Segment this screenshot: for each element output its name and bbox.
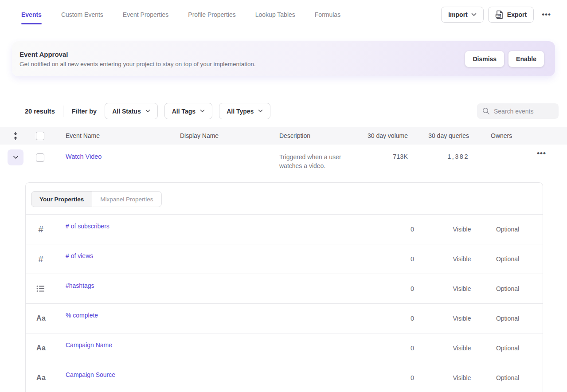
tags-filter-label: All Tags [172,108,196,115]
row-checkbox[interactable] [36,153,44,162]
events-table-header: Event Name Display Name Description 30 d… [0,127,567,145]
export-label: Export [507,11,527,18]
enable-button[interactable]: Enable [508,51,544,67]
property-name-link[interactable]: # of views [66,252,387,259]
property-name-link[interactable]: # of subscribers [66,223,387,230]
property-value: 0 [387,226,414,233]
column-30-day-volume: 30 day volume [364,132,408,139]
tab-custom-events-label: Custom Events [61,11,103,18]
status-filter-dropdown[interactable]: All Status [105,103,158,119]
event-30-day-volume: 713K [364,153,408,160]
number-type-icon: # [36,224,45,235]
tab-formulas[interactable]: Formulas [315,7,340,23]
properties-tabs: Your Properties Mixpanel Properties [31,191,162,207]
collapse-rows-icon [13,132,18,140]
property-name-link[interactable]: #hashtags [66,282,387,289]
property-requirement: Optional [485,315,530,322]
ellipsis-icon: ••• [537,149,546,157]
event-approval-banner: Event Approval Get notified on all new e… [12,41,555,76]
nav-actions: Import csv Export ••• [441,7,555,23]
import-button[interactable]: Import [441,7,484,23]
chevron-down-icon [471,13,477,16]
more-options-button[interactable]: ••• [538,10,555,19]
tab-custom-events[interactable]: Custom Events [61,7,103,23]
list-type-icon [36,285,45,292]
event-row-watch-video: Watch Video Triggered when a user watche… [0,145,567,182]
event-description-line1: Triggered when a user [279,153,341,161]
types-filter-label: All Types [227,108,254,115]
search-events-input[interactable] [494,108,551,115]
export-button[interactable]: csv Export [488,7,534,23]
property-requirement: Optional [485,285,530,292]
event-properties-panel: Your Properties Mixpanel Properties # # … [25,182,543,392]
column-event-name: Event Name [66,132,180,139]
tab-lookup-tables[interactable]: Lookup Tables [255,7,295,23]
number-type-icon: # [36,254,45,264]
column-owners: Owners [491,132,531,139]
property-visibility: Visible [442,345,482,352]
tab-event-properties[interactable]: Event Properties [123,7,169,23]
property-requirement: Optional [485,255,530,263]
row-more-options-button[interactable]: ••• [533,149,550,158]
results-count: 20 results [25,108,55,115]
event-description: Triggered when a user watches a video. [279,153,364,170]
tab-events-label: Events [21,11,42,18]
collapse-all-button[interactable] [8,132,23,140]
ellipsis-icon: ••• [542,10,551,19]
property-visibility: Visible [442,255,482,263]
property-row: Aa Campaign Name 0 Visible Optional [26,333,543,363]
property-row: Aa % complete 0 Visible Optional [26,304,543,333]
filter-by-label: Filter by [72,108,97,115]
property-value: 0 [387,345,414,352]
chevron-down-icon [13,156,19,159]
tab-events[interactable]: Events [21,7,42,23]
property-requirement: Optional [485,345,530,352]
tab-mixpanel-properties[interactable]: Mixpanel Properties [92,191,161,207]
types-filter-dropdown[interactable]: All Types [219,103,270,119]
active-tab-underline [21,23,42,24]
text-type-icon: Aa [36,374,45,382]
property-row: # # of subscribers 0 Visible Optional [26,215,543,244]
tab-event-properties-label: Event Properties [123,11,169,18]
dismiss-button[interactable]: Dismiss [465,51,504,67]
divider [63,106,63,117]
tags-filter-dropdown[interactable]: All Tags [164,103,212,119]
filter-toolbar: 20 results Filter by All Status All Tags… [0,103,567,119]
property-visibility: Visible [442,374,482,381]
banner-actions: Dismiss Enable [465,51,544,67]
property-value: 0 [387,374,414,381]
banner-description: Get notified on all new events entering … [20,61,465,67]
tab-your-properties[interactable]: Your Properties [31,191,92,207]
property-row: Aa Campaign Source 0 Visible Optional [26,363,543,392]
import-label: Import [448,11,468,18]
column-30-day-queries: 30 day queries [408,132,469,139]
property-value: 0 [387,255,414,263]
property-name-link[interactable]: % complete [66,312,387,319]
search-events-box[interactable] [477,103,559,119]
lexicon-tabs: Events Custom Events Event Properties Pr… [21,7,441,23]
tab-formulas-label: Formulas [315,11,340,18]
tab-profile-properties[interactable]: Profile Properties [188,7,235,23]
property-visibility: Visible [442,285,482,292]
property-name-link[interactable]: Campaign Source [66,371,387,378]
top-navigation: Events Custom Events Event Properties Pr… [0,0,567,29]
select-all-checkbox[interactable] [36,132,44,140]
column-description: Description [279,132,364,139]
chevron-down-icon [200,110,205,113]
text-type-icon: Aa [36,314,45,322]
status-filter-label: All Status [112,108,141,115]
property-value: 0 [387,285,414,292]
event-name-link[interactable]: Watch Video [66,153,180,160]
property-row: # # of views 0 Visible Optional [26,244,543,274]
property-name-link[interactable]: Campaign Name [66,341,387,349]
property-value: 0 [387,315,414,322]
tab-profile-properties-label: Profile Properties [188,11,235,18]
collapse-row-button[interactable] [8,149,23,165]
property-requirement: Optional [485,226,530,233]
property-row: #hashtags 0 Visible Optional [26,274,543,304]
csv-file-icon: csv [495,10,504,19]
property-visibility: Visible [442,315,482,322]
svg-text:csv: csv [496,14,500,17]
banner-title: Event Approval [20,51,465,58]
chevron-down-icon [258,110,263,113]
